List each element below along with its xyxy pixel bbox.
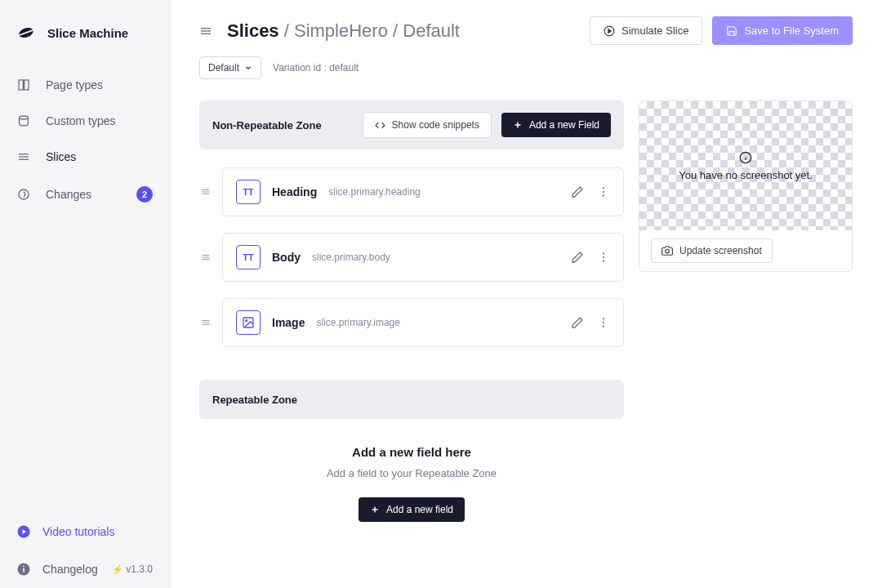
sidebar-item-changes[interactable]: Changes 2 xyxy=(0,175,169,214)
sidebar-item-page-types[interactable]: Page types xyxy=(0,67,169,103)
svg-point-32 xyxy=(603,261,604,262)
field-menu-button[interactable] xyxy=(597,251,610,264)
svg-rect-13 xyxy=(23,566,24,568)
drag-handle-icon[interactable] xyxy=(199,252,212,262)
plus-icon xyxy=(513,120,523,130)
sidebar-item-custom-types[interactable]: Custom types xyxy=(0,103,169,139)
field-menu-button[interactable] xyxy=(597,316,610,329)
edit-field-button[interactable] xyxy=(571,251,584,264)
sidebar-item-slices[interactable]: Slices xyxy=(0,139,169,175)
breadcrumb: Slices / SimpleHero / Default xyxy=(227,20,460,42)
field-card-heading: TT Heading slice.primary.heading xyxy=(222,167,624,216)
changes-icon xyxy=(16,188,31,201)
field-row: Image slice.primary.image xyxy=(199,298,624,347)
breadcrumb-variation: Default xyxy=(403,20,460,41)
svg-rect-2 xyxy=(19,80,23,90)
svg-point-38 xyxy=(603,318,604,319)
non-repeatable-zone-header: Non-Repeatable Zone Show code snippets A… xyxy=(199,100,624,149)
field-path: slice.primary.body xyxy=(312,252,390,263)
save-label: Save to File System xyxy=(744,24,839,37)
video-tutorials-label: Video tutorials xyxy=(42,525,114,538)
variation-id-label: Variation id : default xyxy=(273,62,359,74)
breadcrumb-slice[interactable]: SimpleHero xyxy=(294,20,388,41)
add-field-label: Add a new Field xyxy=(529,119,599,131)
info-icon xyxy=(739,151,752,164)
slices-icon xyxy=(16,150,31,163)
edit-field-button[interactable] xyxy=(571,316,584,329)
play-icon xyxy=(604,25,615,37)
sidebar-video-tutorials[interactable]: Video tutorials xyxy=(0,513,169,550)
breadcrumb-root[interactable]: Slices xyxy=(227,20,279,41)
screenshot-empty: You have no screenshot yet. xyxy=(639,101,852,230)
field-menu-button[interactable] xyxy=(597,185,610,198)
svg-point-31 xyxy=(603,256,604,258)
variation-select[interactable]: Default xyxy=(199,56,261,79)
repeatable-zone-empty: Add a new field here Add a field to your… xyxy=(199,419,624,555)
svg-point-30 xyxy=(603,252,604,254)
empty-subtitle: Add a field to your Repeatable Zone xyxy=(199,467,624,479)
chevron-down-icon xyxy=(244,64,252,72)
nav: Page types Custom types Slices Changes xyxy=(0,67,169,513)
repeatable-zone-header: Repeatable Zone xyxy=(199,380,624,419)
edit-field-button[interactable] xyxy=(571,185,584,198)
brand: Slice Machine xyxy=(0,0,169,67)
drag-handle-icon[interactable] xyxy=(199,318,212,327)
field-name: Heading xyxy=(272,185,317,198)
play-circle-icon xyxy=(16,524,31,539)
page-header: Slices / SimpleHero / Default Simulate S… xyxy=(199,16,853,45)
simulate-slice-button[interactable]: Simulate Slice xyxy=(590,16,702,45)
zone-title: Non-Repeatable Zone xyxy=(212,119,322,131)
brand-logo-icon xyxy=(16,23,36,42)
page-types-icon xyxy=(16,78,31,91)
save-to-filesystem-button[interactable]: Save to File System xyxy=(712,16,853,45)
info-circle-icon xyxy=(16,562,31,577)
update-screenshot-button[interactable]: Update screenshot xyxy=(651,238,773,263)
slices-icon xyxy=(199,24,214,38)
add-field-label: Add a new field xyxy=(386,504,453,515)
changes-badge: 2 xyxy=(136,186,153,203)
add-field-repeat-button[interactable]: Add a new field xyxy=(359,497,465,522)
sidebar: Slice Machine Page types Custom types Sl… xyxy=(0,0,170,588)
variation-select-label: Default xyxy=(208,62,239,74)
svg-point-24 xyxy=(603,187,604,189)
add-field-button[interactable]: Add a new Field xyxy=(501,113,611,137)
changelog-label: Changelog xyxy=(42,563,98,576)
field-row: TT Heading slice.primary.heading xyxy=(199,167,624,216)
sidebar-changelog[interactable]: Changelog ⚡ v1.3.0 xyxy=(0,550,169,588)
plus-icon xyxy=(370,505,380,514)
svg-point-8 xyxy=(19,189,29,199)
field-path: slice.primary.image xyxy=(316,317,399,328)
zone-title: Repeatable Zone xyxy=(212,394,297,406)
brand-name: Slice Machine xyxy=(47,26,128,40)
svg-point-26 xyxy=(603,195,604,197)
field-card-body: TT Body slice.primary.body xyxy=(222,233,624,282)
svg-rect-3 xyxy=(24,80,29,90)
simulate-label: Simulate Slice xyxy=(621,24,688,37)
sidebar-item-label: Slices xyxy=(46,150,76,163)
richtext-icon: TT xyxy=(236,245,261,270)
update-screenshot-label: Update screenshot xyxy=(679,245,762,256)
svg-point-40 xyxy=(603,326,604,327)
camera-icon xyxy=(662,245,673,256)
field-name: Body xyxy=(272,251,301,264)
svg-point-37 xyxy=(246,320,247,322)
variation-row: Default Variation id : default xyxy=(199,56,853,79)
show-code-snippets-button[interactable]: Show code snippets xyxy=(363,112,492,138)
code-icon xyxy=(375,120,385,131)
show-snippets-label: Show code snippets xyxy=(392,119,479,131)
field-card-image: Image slice.primary.image xyxy=(222,298,624,347)
screenshot-preview: You have no screenshot yet. Update scree… xyxy=(639,100,853,272)
svg-marker-18 xyxy=(608,29,612,33)
image-icon xyxy=(236,310,261,335)
field-row: TT Body slice.primary.body xyxy=(199,233,624,282)
sidebar-item-label: Page types xyxy=(46,78,103,91)
empty-title: Add a new field here xyxy=(199,445,624,459)
svg-point-39 xyxy=(603,322,604,323)
drag-handle-icon[interactable] xyxy=(199,187,212,197)
field-path: slice.primary.heading xyxy=(328,186,421,198)
custom-types-icon xyxy=(16,114,31,127)
save-icon xyxy=(726,25,737,37)
field-name: Image xyxy=(272,316,305,329)
sidebar-item-label: Changes xyxy=(46,188,91,201)
svg-point-4 xyxy=(20,116,29,119)
